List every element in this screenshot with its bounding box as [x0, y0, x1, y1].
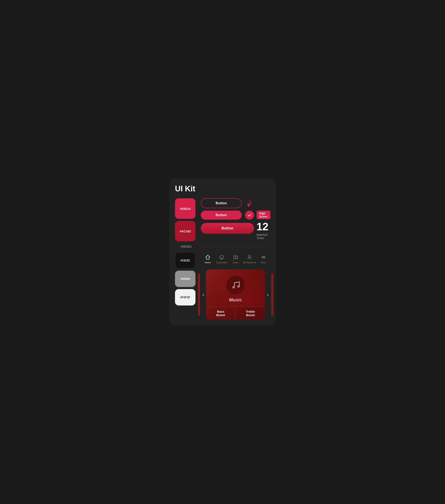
nav-label-learn: Learn: [233, 261, 238, 264]
music-card-top: Music: [206, 270, 265, 307]
flame-icon: [245, 199, 252, 208]
hex-label: #1E1E1: [175, 245, 197, 248]
nav-item-my-resound[interactable]: My ReSound: [243, 254, 256, 264]
right-column: Button Button: [201, 185, 270, 320]
learn-icon: [232, 254, 239, 260]
wide-button[interactable]: Button: [201, 223, 254, 234]
filled-button[interactable]: Button: [201, 211, 242, 220]
nav-label-my-resound: My ReSound: [243, 261, 256, 264]
nav-item-learn[interactable]: Learn: [229, 254, 243, 264]
carousel-next-button[interactable]: ›: [265, 290, 270, 300]
carousel-prev-button[interactable]: ‹: [201, 290, 206, 300]
swatch-light: #F2F2F: [175, 289, 196, 306]
side-bar-right: [271, 273, 273, 316]
swatch-ac162: #AC162: [175, 221, 196, 241]
swatch-d6224: #D6224: [175, 198, 196, 219]
treble-boost-option[interactable]: TrebleBoost: [236, 307, 265, 320]
wide-button-row: Button: [201, 223, 254, 234]
swatch-gray: #92929: [175, 271, 196, 287]
music-card-wrapper: ‹ Music: [201, 270, 270, 320]
score-label: Matched Tones: [256, 233, 270, 240]
svg-point-3: [249, 255, 250, 257]
home-icon: [204, 254, 211, 260]
swatch-dark: #13131: [175, 252, 196, 269]
score-section: High Score: 12 Matched Tones: [256, 211, 270, 240]
more-icon: [260, 254, 267, 260]
svg-point-1: [221, 258, 222, 259]
nav-bar: Home Connection: [201, 252, 270, 265]
nav-label-connection: Connection: [216, 261, 227, 264]
outline-button-row: Button: [201, 198, 254, 208]
svg-point-0: [248, 204, 250, 207]
bass-boost-option[interactable]: BassBoost: [206, 307, 235, 320]
nav-divider: [201, 247, 270, 247]
page-title: UI Kit: [175, 184, 195, 193]
nav-item-connection[interactable]: Connection: [215, 254, 229, 264]
nav-label-more: More: [261, 261, 266, 264]
dark-swatches: #13131 #92929 #F2F2F: [175, 252, 197, 306]
filled-button-row: Button: [201, 211, 254, 220]
high-score-badge: High Score:: [256, 211, 270, 219]
nav-item-home[interactable]: Home: [201, 254, 215, 264]
left-column: #D6224 #AC162 #1E1E1 #13131 #92929 #F2F2…: [175, 185, 197, 320]
check-icon: [245, 211, 254, 220]
score-number: 12: [256, 221, 268, 232]
outline-button[interactable]: Button: [201, 198, 242, 208]
ui-kit-container: UI Kit #D6224 #AC162 #1E1E1 #13131: [169, 179, 276, 325]
my-resound-icon: [246, 254, 253, 260]
music-card: Music BassBoost TrebleBoost: [206, 270, 265, 320]
music-card-bottom: BassBoost TrebleBoost: [206, 307, 265, 320]
side-bar-left: [198, 273, 200, 316]
full-layout: #D6224 #AC162 #1E1E1 #13131 #92929 #F2F2…: [175, 185, 270, 320]
nav-item-more[interactable]: More: [256, 254, 270, 264]
nav-label-home: Home: [205, 261, 211, 264]
connection-icon: [218, 254, 225, 260]
